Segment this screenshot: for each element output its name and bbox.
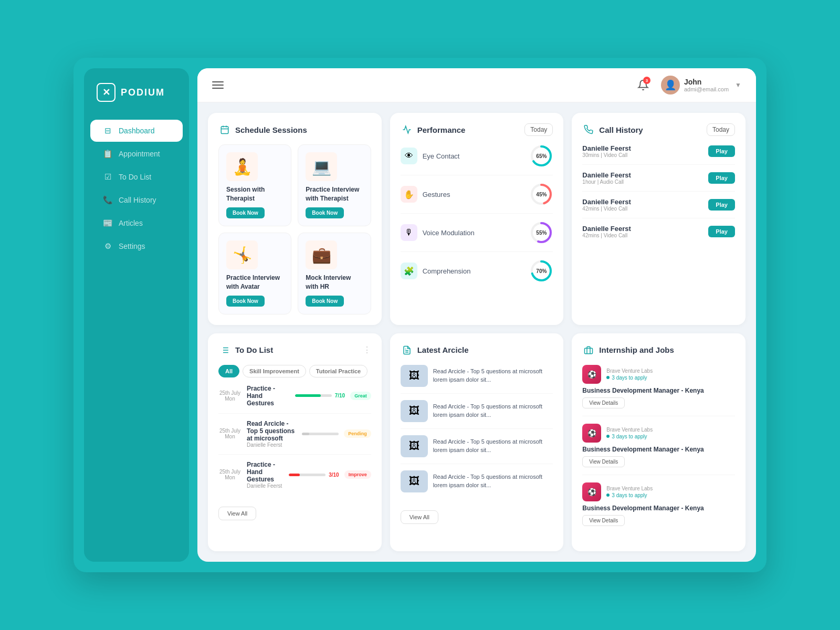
job-logo-1: ⚽ — [582, 424, 601, 443]
schedule-sessions-card: Schedule Sessions 🧘 Session with Therapi… — [208, 113, 382, 324]
todo-item-0: 25th July Mon Practice - Hand Gestures 7… — [218, 385, 371, 414]
play-button-1[interactable]: Play — [708, 172, 735, 184]
session-item-2: 🤸 Practice Interview with Avatar Book No… — [218, 233, 291, 314]
performance-filter[interactable]: Today — [524, 123, 553, 136]
performance-title: Performance — [417, 125, 466, 134]
call-history-card: Call History Today Danielle Feerst 30min… — [572, 113, 746, 324]
schedule-grid: 🧘 Session with Therapist Book Now 💻 Prac… — [218, 144, 371, 314]
performance-title-row: Performance — [401, 123, 466, 136]
perf-left-1: ✋ Gestures — [401, 186, 450, 203]
job-item-1: ⚽ Brave Venture Labs 3 days to apply Bus… — [582, 424, 735, 475]
sidebar-item-dashboard[interactable]: ⊟Dashboard — [90, 120, 183, 142]
articles-card: Latest Arcicle 🖼 Read Arcicle - Top 5 qu… — [390, 333, 564, 551]
job-title-0: Business Development Manager - Kenya — [582, 387, 735, 394]
todo-tab-0[interactable]: All — [218, 365, 239, 377]
jobs-icon — [582, 344, 595, 356]
job-company-1: Brave Venture Labs — [606, 427, 653, 433]
perf-progress-2: 55% — [530, 221, 553, 244]
play-button-0[interactable]: Play — [708, 145, 735, 157]
header: 3 👤 John admi@email.com ▼ — [197, 68, 756, 102]
todo-title-row: To Do List — [218, 344, 273, 356]
perf-progress-0: 65% — [530, 144, 553, 167]
perf-percent-2: 55% — [536, 230, 547, 236]
jobs-card: Internship and Jobs ⚽ Brave Venture Labs… — [572, 333, 746, 551]
play-button-2[interactable]: Play — [708, 199, 735, 211]
sidebar-item-todo[interactable]: ☑To Do List — [90, 166, 183, 188]
perf-icon-1: ✋ — [401, 186, 417, 203]
nav-label-appointment: Appointment — [119, 150, 160, 158]
todo-item-1: 25th July Mon Read Arcicle - Top 5 quest… — [218, 420, 371, 455]
user-email: admi@email.com — [684, 86, 729, 92]
svg-rect-20 — [585, 348, 593, 354]
job-days-2: 3 days to apply — [606, 492, 653, 498]
sidebar-item-articles[interactable]: 📰Articles — [90, 212, 183, 234]
book-button-3[interactable]: Book Now — [306, 296, 344, 307]
user-info[interactable]: 👤 John admi@email.com ▼ — [661, 76, 741, 94]
book-button-1[interactable]: Book Now — [306, 207, 344, 218]
call-name-0: Danielle Feerst — [582, 144, 631, 152]
jobs-title-row: Internship and Jobs — [582, 344, 674, 356]
nav-label-articles: Articles — [119, 219, 143, 227]
menu-toggle[interactable] — [212, 81, 224, 89]
perf-label-2: Voice Modulation — [423, 229, 475, 237]
view-details-button-2[interactable]: View Details — [582, 515, 625, 526]
job-company-0: Brave Venture Labs — [606, 368, 653, 374]
articles-view-all-button[interactable]: View All — [401, 510, 438, 524]
job-days-1: 3 days to apply — [606, 434, 653, 439]
todo-view-all-button[interactable]: View All — [218, 507, 256, 520]
perf-progress-1: 45% — [530, 183, 553, 206]
book-button-0[interactable]: Book Now — [226, 207, 265, 218]
session-item-1: 💻 Practice Interview with Therapist Book… — [298, 144, 371, 226]
perf-label-3: Comprehension — [423, 267, 471, 275]
todo-more-icon[interactable]: ⋮ — [363, 345, 371, 355]
call-item-3: Danielle Feerst 42mins | Video Call Play — [582, 225, 735, 238]
articles-title: Latest Arcicle — [417, 345, 469, 354]
perf-icon-2: 🎙 — [401, 224, 417, 241]
performance-card: Performance Today 👁 Eye Contact 65% ✋ Ge… — [390, 113, 564, 324]
nav-icon-appointment: 📋 — [103, 149, 112, 159]
schedule-card-header: Schedule Sessions — [218, 123, 371, 136]
nav-icon-todo: ☑ — [103, 172, 112, 182]
logo-area: ✕ PODIUM — [84, 83, 189, 119]
jobs-title: Internship and Jobs — [599, 345, 674, 354]
call-meta-0: 30mins | Video Call — [582, 152, 631, 158]
todo-details-1: Read Arcicle - Top 5 questions at micros… — [247, 420, 297, 448]
session-img-2: 🤸 — [226, 240, 258, 269]
svg-rect-0 — [221, 127, 228, 134]
view-details-button-1[interactable]: View Details — [582, 456, 625, 467]
view-details-button-0[interactable]: View Details — [582, 397, 625, 408]
sidebar-item-settings[interactable]: ⚙Settings — [90, 235, 183, 257]
session-img-3: 💼 — [306, 240, 337, 269]
call-info-1: Danielle Feerst 1hour | Audio Call — [582, 171, 631, 185]
call-info-2: Danielle Feerst 42mins | Video Call — [582, 198, 631, 212]
performance-card-header: Performance Today — [401, 123, 553, 136]
perf-label-0: Eye Contact — [423, 152, 460, 160]
call-name-2: Danielle Feerst — [582, 198, 631, 206]
performance-item-3: 🧩 Comprehension 70% — [401, 259, 553, 282]
todo-title: To Do List — [235, 345, 273, 354]
notification-bell[interactable]: 3 — [634, 76, 653, 94]
status-badge-2: Improve — [344, 470, 371, 479]
book-button-2[interactable]: Book Now — [226, 296, 265, 307]
article-thumb-0: 🖼 — [401, 365, 428, 387]
performance-item-1: ✋ Gestures 45% — [401, 183, 553, 214]
sidebar-item-appointment[interactable]: 📋Appointment — [90, 143, 183, 165]
play-button-3[interactable]: Play — [708, 226, 735, 237]
call-item-1: Danielle Feerst 1hour | Audio Call Play — [582, 171, 735, 192]
sidebar-item-callhistory[interactable]: 📞Call History — [90, 189, 183, 211]
session-title-2: Practice Interview with Avatar — [226, 274, 284, 291]
perf-icon-0: 👁 — [401, 148, 417, 164]
job-company-2: Brave Venture Labs — [606, 486, 653, 491]
article-thumb-3: 🖼 — [401, 470, 428, 492]
call-history-filter[interactable]: Today — [707, 123, 735, 136]
article-thumb-1: 🖼 — [401, 400, 428, 422]
nav-icon-callhistory: 📞 — [103, 195, 112, 205]
todo-tab-1[interactable]: Skill Improvement — [243, 365, 306, 377]
todo-tab-2[interactable]: Tutorial Practice — [309, 365, 368, 377]
session-item-3: 💼 Mock Interview with HR Book Now — [298, 233, 371, 314]
chevron-down-icon: ▼ — [735, 81, 741, 89]
todo-icon — [218, 344, 231, 356]
nav-label-callhistory: Call History — [119, 196, 156, 204]
performance-item-2: 🎙 Voice Modulation 55% — [401, 221, 553, 252]
perf-percent-1: 45% — [536, 192, 547, 197]
